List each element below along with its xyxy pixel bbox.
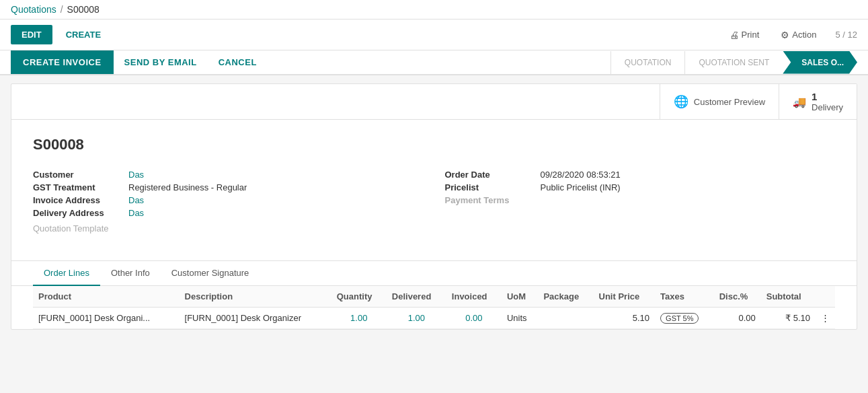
invoice-address-label: Invoice Address — [33, 195, 120, 205]
order-lines-table: Product Description Quantity Delivered I… — [33, 286, 835, 329]
create-invoice-button[interactable]: CREATE INVOICE — [11, 50, 114, 74]
breadcrumb-parent[interactable]: Quotations — [11, 4, 56, 15]
main-content: Customer Preview 1 Delivery S00008 Custo… — [0, 75, 868, 345]
col-delivered: Delivered — [387, 286, 446, 308]
form-right: Order Date 09/28/2020 08:53:21 Pricelist… — [445, 170, 836, 236]
col-unit-price: Unit Price — [594, 286, 656, 308]
delivery-address-row: Delivery Address Das — [33, 208, 424, 218]
col-disc: Disc.% — [714, 286, 761, 308]
breadcrumb: Quotations / S00008 — [0, 0, 868, 20]
col-invoiced: Invoiced — [446, 286, 502, 308]
col-description: Description — [180, 286, 331, 308]
col-more — [816, 286, 835, 308]
tab-other-info[interactable]: Other Info — [100, 261, 161, 286]
action-button[interactable]: Action — [773, 26, 824, 44]
cancel-button[interactable]: CANCEL — [208, 50, 268, 74]
order-date-label: Order Date — [445, 170, 532, 180]
customer-preview-button[interactable]: Customer Preview — [660, 84, 779, 119]
order-date-value: 09/28/2020 08:53:21 — [541, 170, 621, 180]
col-quantity: Quantity — [331, 286, 387, 308]
cell-invoiced: 0.00 — [446, 308, 502, 329]
cell-description: [FURN_0001] Desk Organizer — [180, 308, 331, 329]
col-product: Product — [33, 286, 180, 308]
status-quotation-sent: QUOTATION SENT — [684, 51, 783, 74]
cell-taxes: GST 5% — [655, 308, 714, 329]
edit-button[interactable]: EDIT — [11, 25, 52, 44]
page-nav: 5 / 12 — [835, 30, 857, 40]
col-subtotal: Subtotal — [761, 286, 816, 308]
customer-label: Customer — [33, 170, 120, 180]
cell-unit-price: 5.10 — [594, 308, 656, 329]
cell-subtotal: ₹ 5.10 — [761, 308, 816, 329]
delivery-address-label: Delivery Address — [33, 208, 120, 218]
cell-quantity: 1.00 — [331, 308, 387, 329]
customer-row: Customer Das — [33, 170, 424, 180]
send-by-email-button[interactable]: SEND BY EMAIL — [114, 50, 208, 74]
order-date-row: Order Date 09/28/2020 08:53:21 — [445, 170, 836, 180]
customer-value[interactable]: Das — [128, 170, 144, 180]
document-number: S00008 — [33, 136, 835, 153]
gear-icon — [781, 30, 789, 40]
gst-label: GST Treatment — [33, 182, 120, 192]
document-card: Customer Preview 1 Delivery S00008 Custo… — [11, 83, 857, 330]
tab-order-lines[interactable]: Order Lines — [33, 261, 100, 286]
form-section: S00008 Customer Das GST Treatment Regist… — [11, 120, 857, 260]
status-quotation: QUOTATION — [610, 51, 685, 74]
workflow-bar: CREATE INVOICE SEND BY EMAIL CANCEL QUOT… — [0, 50, 868, 75]
cell-package — [538, 308, 593, 329]
gst-value: Registered Business - Regular — [128, 182, 247, 192]
cell-disc: 0.00 — [714, 308, 761, 329]
cell-delivered: 1.00 — [387, 308, 446, 329]
delivery-info: 1 Delivery — [812, 91, 843, 112]
delivery-button[interactable]: 1 Delivery — [779, 84, 857, 119]
invoice-address-value[interactable]: Das — [128, 195, 144, 205]
row-more-button[interactable]: ⋮ — [816, 308, 835, 329]
pricelist-label: Pricelist — [445, 182, 532, 192]
quotation-template-placeholder: Quotation Template — [33, 223, 109, 234]
gst-row: GST Treatment Registered Business - Regu… — [33, 182, 424, 192]
tabs-header: Order Lines Other Info Customer Signatur… — [11, 261, 857, 286]
payment-terms-label: Payment Terms — [445, 195, 532, 205]
action-bar: EDIT CREATE Print Action 5 / 12 — [0, 20, 868, 50]
col-taxes: Taxes — [655, 286, 714, 308]
print-label: Print — [742, 30, 760, 40]
customer-preview-label: Customer Preview — [694, 97, 765, 107]
pricelist-value: Public Pricelist (INR) — [541, 182, 621, 192]
tab-customer-signature[interactable]: Customer Signature — [161, 261, 260, 286]
truck-icon — [793, 96, 806, 108]
col-uom: UoM — [502, 286, 538, 308]
form-grid: Customer Das GST Treatment Registered Bu… — [33, 170, 835, 236]
delivery-address-value[interactable]: Das — [128, 208, 144, 218]
table-row: [FURN_0001] Desk Organi... [FURN_0001] D… — [33, 308, 835, 329]
col-package: Package — [538, 286, 593, 308]
status-sales-order: SALES O... — [783, 51, 857, 74]
breadcrumb-separator: / — [61, 4, 63, 15]
status-pipeline: QUOTATION QUOTATION SENT SALES O... — [610, 50, 857, 74]
create-button[interactable]: CREATE — [58, 25, 109, 44]
tabs-section: Order Lines Other Info Customer Signatur… — [11, 260, 857, 329]
invoice-address-row: Invoice Address Das — [33, 195, 424, 205]
pricelist-row: Pricelist Public Pricelist (INR) — [445, 182, 836, 192]
breadcrumb-current: S00008 — [67, 4, 100, 15]
form-left: Customer Das GST Treatment Registered Bu… — [33, 170, 424, 236]
quotation-template-row: Quotation Template — [33, 221, 424, 234]
order-lines-content: Product Description Quantity Delivered I… — [11, 286, 857, 329]
cell-uom: Units — [502, 308, 538, 329]
print-button[interactable]: Print — [721, 26, 768, 44]
globe-icon — [674, 94, 688, 109]
payment-terms-row: Payment Terms — [445, 195, 836, 205]
print-icon — [729, 30, 739, 40]
smart-buttons-row: Customer Preview 1 Delivery — [11, 84, 857, 120]
cell-product: [FURN_0001] Desk Organi... — [33, 308, 180, 329]
action-label: Action — [792, 30, 816, 40]
